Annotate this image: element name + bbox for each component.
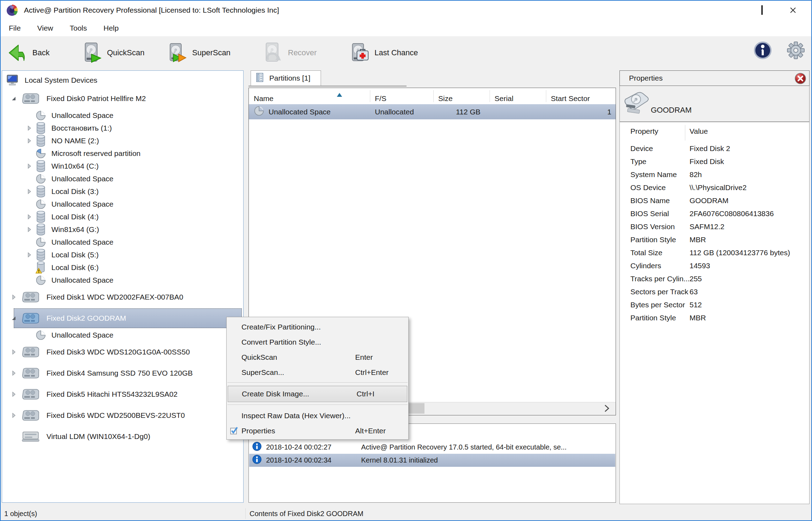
toolbar-back-button[interactable]: Back	[6, 36, 50, 69]
tree-item[interactable]: Unallocated Space	[2, 198, 243, 211]
virtual-drive-icon	[20, 431, 41, 442]
tree-item[interactable]: Unallocated Space	[2, 236, 243, 249]
chevron-expanded-icon[interactable]	[9, 315, 18, 322]
tree-item[interactable]: Local Disk (5:)	[2, 249, 243, 261]
chevron-expanded-icon[interactable]	[9, 95, 18, 102]
chevron-collapsed-icon[interactable]	[9, 294, 18, 301]
tree-item[interactable]: Local Disk (4:)	[2, 211, 243, 223]
scroll-right-arrow-icon[interactable]	[602, 403, 612, 414]
property-row: BIOS VersionSAFM12.2	[620, 220, 809, 233]
property-value: Fixed Disk 2	[690, 144, 730, 153]
column-header-startsector[interactable]: Start Sector	[551, 88, 616, 104]
monitor-icon	[6, 75, 19, 86]
menu-tools[interactable]: Tools	[70, 24, 87, 32]
tree-item-label: Fixed Disk6 WDC WD2500BEVS-22UST0	[46, 411, 185, 420]
menu-item-create-disk-image[interactable]: Create Disk Image...Ctrl+I	[228, 386, 407, 402]
chevron-collapsed-icon[interactable]	[25, 163, 34, 170]
tree-item[interactable]: Local System Devices	[2, 73, 243, 88]
tree-item-label: Local Disk (3:)	[51, 187, 99, 196]
tree-item[interactable]: Unallocated Space	[2, 274, 243, 287]
minimize-button[interactable]	[716, 1, 747, 20]
toolbar-quickscan-button[interactable]: QuickScan	[81, 36, 144, 69]
chevron-collapsed-icon[interactable]	[25, 137, 34, 144]
settings-icon[interactable]	[787, 41, 805, 59]
tree-item[interactable]: Microsoft reserved partition	[2, 147, 243, 160]
menu-item-inspect-raw-data-hex-viewer[interactable]: Inspect Raw Data (Hex Viewer)...	[227, 408, 408, 423]
status-object-count: 1 object(s)	[4, 510, 37, 518]
tree-item[interactable]: Fixed Disk3 WDC WDS120G1G0A-00SS50	[2, 341, 243, 363]
close-button[interactable]	[778, 1, 808, 20]
properties-device-section: GOODRAM	[619, 86, 810, 122]
column-header-serial[interactable]: Serial	[495, 88, 546, 104]
menu-view[interactable]: View	[37, 24, 53, 32]
column-header-fs[interactable]: F/S	[375, 88, 433, 104]
tree-item[interactable]: Unallocated Space	[2, 172, 243, 185]
tree-item-label: Unallocated Space	[51, 276, 113, 284]
tree-item[interactable]: Virtual LDM (WIN10X64-1-Dg0)	[2, 426, 243, 447]
tree-item[interactable]: Win81x64 (G:)	[2, 223, 243, 236]
tree-item[interactable]: Fixed Disk5 Hitachi HTS543232L9SA02	[2, 384, 243, 405]
tree-item[interactable]: Fixed Disk0 Patriot Hellfire M2	[2, 88, 243, 109]
tab-partitions[interactable]: Partitions [1]	[251, 70, 321, 86]
chevron-collapsed-icon[interactable]	[9, 412, 18, 419]
log-info-icon	[252, 441, 263, 453]
close-properties-button[interactable]	[794, 73, 806, 84]
license-info-icon[interactable]	[754, 41, 772, 59]
pie-icon	[35, 237, 46, 247]
tree-item-label: Unallocated Space	[51, 111, 113, 120]
tree-item[interactable]: Local Disk (6:)	[2, 261, 243, 274]
menu-item-label: Convert Partition Style...	[241, 338, 321, 346]
tree-item[interactable]: NO NAME (2:)	[2, 134, 243, 147]
chevron-collapsed-icon[interactable]	[25, 125, 34, 132]
column-header-name[interactable]: Name	[254, 88, 370, 104]
tree-item-label: Fixed Disk5 Hitachi HTS543232L9SA02	[46, 390, 177, 398]
toolbar-last-chance-button[interactable]: Last Chance	[348, 36, 418, 69]
properties-grid: Property Value DeviceFixed Disk 2TypeFix…	[619, 122, 810, 504]
log-row[interactable]: 2018-10-24 00:02:34Kernel 8.01.31 initia…	[249, 454, 615, 467]
property-row: Partition StyleMBR	[620, 311, 809, 324]
property-name: Cylinders	[630, 262, 661, 270]
tree-item[interactable]: Local Disk (3:)	[2, 185, 243, 198]
log-row[interactable]: 2018-10-24 00:02:27Active@ Partition Rec…	[249, 441, 615, 454]
tree-item-label: Fixed Disk1 WDC WD2002FAEX-007BA0	[46, 293, 183, 301]
chevron-collapsed-icon[interactable]	[9, 370, 18, 377]
tree-item[interactable]: Восстановить (1:)	[2, 122, 243, 134]
property-value: MBR	[690, 314, 706, 322]
tree-item[interactable]: Fixed Disk1 WDC WD2002FAEX-007BA0	[2, 287, 243, 308]
hdd-lastchance-icon	[348, 42, 369, 63]
menu-item-properties[interactable]: PropertiesAlt+Enter	[227, 423, 408, 438]
partition-row[interactable]: Unallocated SpaceUnallocated112 GB1	[249, 104, 616, 119]
menu-help[interactable]: Help	[103, 24, 119, 32]
window-controls	[716, 1, 808, 20]
property-row: TypeFixed Disk	[620, 155, 809, 168]
tree-item[interactable]: Unallocated Space	[2, 109, 243, 122]
chevron-collapsed-icon[interactable]	[25, 213, 34, 220]
chevron-collapsed-icon[interactable]	[9, 391, 18, 398]
tree-item[interactable]: Win10x64 (C:)	[2, 160, 243, 172]
chevron-collapsed-icon[interactable]	[9, 349, 18, 356]
column-header-size[interactable]: Size	[438, 88, 490, 104]
tree-item[interactable]: Unallocated Space	[2, 329, 243, 341]
tab-partitions-label: Partitions [1]	[269, 74, 310, 82]
menu-item-convert-partition-style[interactable]: Convert Partition Style...	[227, 334, 408, 350]
tree-item-label: Win10x64 (C:)	[51, 162, 99, 170]
maximize-button[interactable]	[747, 1, 778, 20]
toolbar-superscan-button[interactable]: SuperScan	[166, 36, 231, 69]
cylinder-icon	[35, 186, 46, 197]
menu-item-superscan[interactable]: SuperScan...Ctrl+Enter	[227, 365, 408, 380]
header-separator	[370, 90, 370, 102]
toolbar-recover-button: Recover	[262, 36, 317, 69]
tree-item-label: Fixed Disk2 GOODRAM	[46, 314, 126, 322]
chevron-collapsed-icon[interactable]	[25, 251, 34, 258]
chevron-collapsed-icon[interactable]	[25, 188, 34, 195]
tree-item[interactable]: Fixed Disk6 WDC WD2500BEVS-22UST0	[2, 405, 243, 426]
menu-item-create-fix-partitioning[interactable]: Create/Fix Partitioning...	[227, 319, 408, 334]
hdd-recover-icon	[262, 42, 282, 63]
menu-item-label: SuperScan...	[241, 368, 284, 377]
menu-item-quickscan[interactable]: QuickScanEnter	[227, 350, 408, 365]
window-title: Active@ Partition Recovery Professional …	[24, 6, 279, 14]
tree-item[interactable]: Fixed Disk4 Samsung SSD 750 EVO 120GB	[2, 363, 243, 384]
tree-item[interactable]: Fixed Disk2 GOODRAM	[2, 308, 243, 329]
menu-file[interactable]: File	[9, 24, 21, 32]
chevron-collapsed-icon[interactable]	[25, 226, 34, 233]
